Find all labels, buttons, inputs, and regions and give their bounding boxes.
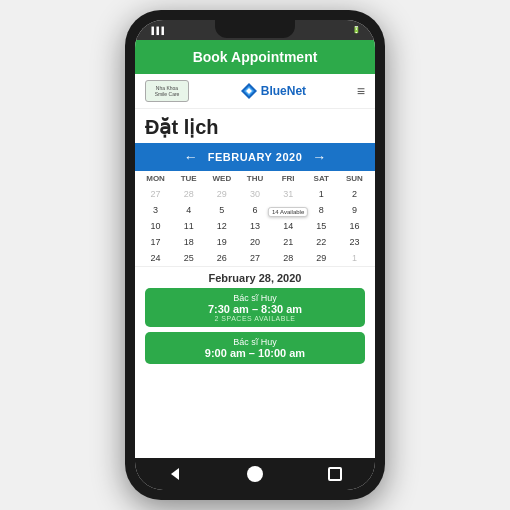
cal-day-20[interactable]: 20 [238,234,271,250]
cal-day-4[interactable]: 4 [172,202,205,218]
back-button[interactable] [165,464,185,484]
cal-day-29[interactable]: 29 [305,250,338,266]
available-tooltip: 14 Available [268,207,308,217]
cal-day-jan29[interactable]: 29 [205,186,238,202]
cal-day-16[interactable]: 16 [338,218,371,234]
app-header-title: Book Appointment [193,49,318,65]
selected-day-number[interactable]: 28 [283,253,293,263]
slot-2-time: 9:00 am – 10:00 am [153,347,357,359]
prev-month-button[interactable]: ← [184,149,198,165]
cal-day-28-selected[interactable]: 28 [272,250,305,266]
calendar-week-3: 10 11 12 13 14 Available 14 15 16 [139,218,371,234]
page-title: Đặt lịch [135,109,375,143]
content-area: Nha KhoaSmile Care BlueNet ≡ Đặt lịch ← [135,74,375,458]
calendar-week-2: 3 4 5 6 7 8 9 [139,202,371,218]
calendar-week-5: 24 25 26 27 28 29 1 [139,250,371,266]
cal-day-3[interactable]: 3 [139,202,172,218]
cal-day-26[interactable]: 26 [205,250,238,266]
cal-day-17[interactable]: 17 [139,234,172,250]
calendar-week-1: 27 28 29 30 31 1 2 [139,186,371,202]
cal-day-27[interactable]: 27 [238,250,271,266]
appointment-slot-2[interactable]: Bác sĩ Huy 9:00 am – 10:00 am [145,332,365,364]
cal-header-wed: WED [205,174,238,183]
cal-day-11[interactable]: 11 [172,218,205,234]
recent-icon [328,467,342,481]
cal-header-thu: THU [238,174,271,183]
status-bar-left: ▐▐▐ [149,27,164,34]
next-month-button[interactable]: → [312,149,326,165]
app-header: Book Appointment [135,40,375,74]
cal-day-jan30[interactable]: 30 [238,186,271,202]
phone-notch [215,20,295,38]
cal-day-13[interactable]: 13 [238,218,271,234]
cal-day-1[interactable]: 1 [305,186,338,202]
slot-1-doctor: Bác sĩ Huy [153,293,357,303]
cal-day-10[interactable]: 10 [139,218,172,234]
cal-header-sun: SUN [338,174,371,183]
cal-day-6[interactable]: 6 [238,202,271,218]
home-button[interactable] [245,464,265,484]
cal-day-2[interactable]: 2 [338,186,371,202]
cal-day-12[interactable]: 12 [205,218,238,234]
cal-day-21[interactable]: 21 [272,234,305,250]
cal-header-sat: SAT [305,174,338,183]
cal-day-jan28[interactable]: 28 [172,186,205,202]
cal-header-tue: TUE [172,174,205,183]
svg-marker-3 [171,468,179,480]
hamburger-icon[interactable]: ≡ [357,83,365,99]
appointment-slots: Bác sĩ Huy 7:30 am – 8:30 am 2 SPACES AV… [135,288,375,364]
status-bar-right: 🔋 [352,26,361,34]
bluenet-diamond-icon [240,82,258,100]
phone-screen: ▐▐▐ 🔋 Book Appointment Nha KhoaSmile Car… [135,20,375,490]
cal-day-19[interactable]: 19 [205,234,238,250]
appointment-date-header: February 28, 2020 [135,266,375,288]
cal-day-15[interactable]: 15 [305,218,338,234]
back-icon [167,466,183,482]
cal-day-9[interactable]: 9 [338,202,371,218]
battery-icon: 🔋 [352,26,361,33]
calendar-header-row: MON TUE WED THU FRI SAT SUN [139,171,371,186]
cal-day-14[interactable]: 14 Available 14 [272,218,305,234]
slot-1-spaces: 2 SPACES AVAILABLE [153,315,357,322]
slot-1-time: 7:30 am – 8:30 am [153,303,357,315]
top-nav: Nha KhoaSmile Care BlueNet ≡ [135,74,375,109]
cal-header-mon: MON [139,174,172,183]
cal-day-18[interactable]: 18 [172,234,205,250]
cal-day-5[interactable]: 5 [205,202,238,218]
phone-frame: ▐▐▐ 🔋 Book Appointment Nha KhoaSmile Car… [125,10,385,500]
cal-day-24[interactable]: 24 [139,250,172,266]
cal-day-25[interactable]: 25 [172,250,205,266]
bluenet-logo: BlueNet [240,82,306,100]
cal-day-jan31[interactable]: 31 [272,186,305,202]
month-nav: ← FEBRUARY 2020 → [135,143,375,171]
calendar-week-4: 17 18 19 20 21 22 23 [139,234,371,250]
cal-day-mar1[interactable]: 1 [338,250,371,266]
smile-care-logo: Nha KhoaSmile Care [145,80,189,102]
cal-day-23[interactable]: 23 [338,234,371,250]
cal-header-fri: FRI [272,174,305,183]
bluenet-label: BlueNet [261,84,306,98]
cal-day-22[interactable]: 22 [305,234,338,250]
cal-day-8[interactable]: 8 [305,202,338,218]
home-icon [247,466,263,482]
slot-2-doctor: Bác sĩ Huy [153,337,357,347]
appointment-slot-1[interactable]: Bác sĩ Huy 7:30 am – 8:30 am 2 SPACES AV… [145,288,365,327]
cal-day-jan27[interactable]: 27 [139,186,172,202]
signal-icon: ▐▐▐ [149,27,164,34]
recent-button[interactable] [325,464,345,484]
smile-care-text: Nha KhoaSmile Care [155,85,180,98]
calendar-grid: MON TUE WED THU FRI SAT SUN 27 28 29 30 … [135,171,375,266]
month-label: FEBRUARY 2020 [208,151,303,163]
bottom-nav [135,458,375,490]
